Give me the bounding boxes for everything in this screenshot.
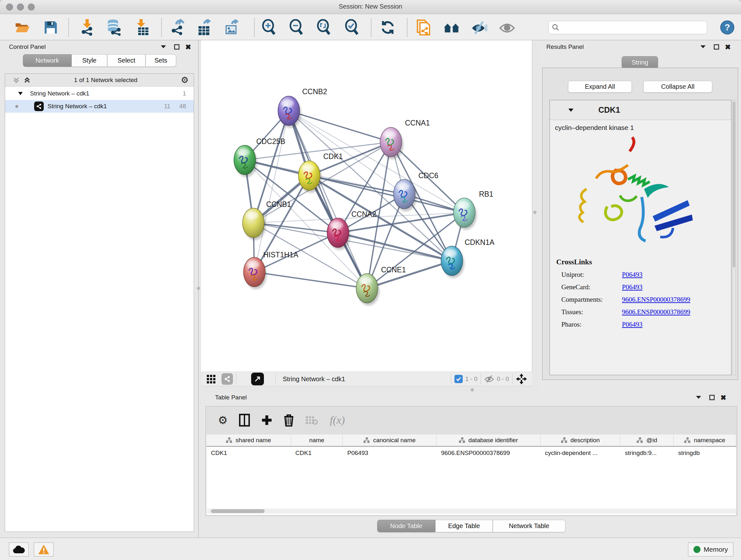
table-horizontal-scrollbar[interactable] <box>207 509 736 514</box>
crosslink-value-link[interactable]: P06493 <box>622 320 643 328</box>
zoom-fit-button[interactable] <box>315 19 333 36</box>
network-collection-row[interactable]: String Network – cdk1 1 <box>5 87 194 100</box>
left-splitter-handle[interactable] <box>197 287 200 290</box>
column-header-shared-name[interactable]: shared name <box>206 435 291 446</box>
protein-header-row[interactable]: CDK1 <box>550 100 731 120</box>
export-image-button[interactable] <box>223 19 240 36</box>
network-row[interactable]: String Network – cdk1 11 48 <box>5 100 194 113</box>
table-panel-float-icon[interactable] <box>709 395 715 400</box>
export-table-button[interactable] <box>195 19 212 36</box>
right-splitter-handle[interactable] <box>533 211 536 214</box>
crosslink-value-link[interactable]: P06493 <box>622 271 643 279</box>
open-in-new-window-icon[interactable] <box>251 373 264 385</box>
network-overview-share-icon[interactable] <box>221 373 233 385</box>
show-all-button[interactable] <box>498 19 516 36</box>
node-CCNB1[interactable] <box>243 208 266 240</box>
bottom-splitter-handle[interactable] <box>471 388 474 391</box>
edge-CCNB2-CCNE1[interactable] <box>289 111 367 288</box>
delete-column-icon[interactable] <box>284 414 294 427</box>
memory-button[interactable]: Memory <box>688 543 733 557</box>
edge-HIST1H1A-CCNE1[interactable] <box>254 272 367 288</box>
duplicate-network-button[interactable] <box>415 19 432 36</box>
table-panel-close-icon[interactable]: ✖ <box>721 394 726 402</box>
collection-expand-icon[interactable] <box>18 91 23 96</box>
node-CCNB2[interactable] <box>278 96 301 128</box>
table-cell[interactable]: stringdb <box>674 449 736 456</box>
column-header-canonical-name[interactable]: canonical name <box>343 435 436 446</box>
help-button[interactable]: ? <box>719 19 736 36</box>
table-cell[interactable]: CDK1 <box>206 449 291 456</box>
results-scrollbar-thumb[interactable] <box>733 102 735 267</box>
control-panel-float-icon[interactable] <box>174 44 180 50</box>
table-cell[interactable]: cyclin-dependent ... <box>540 449 620 456</box>
node-CCNE1[interactable] <box>356 273 380 306</box>
edge-CCNB2-CCNA1[interactable] <box>289 111 391 142</box>
open-session-button[interactable] <box>14 19 31 36</box>
column-header-database-identifier[interactable]: database identifier <box>436 435 540 446</box>
zoom-selected-button[interactable] <box>343 19 360 36</box>
tab-network-table[interactable]: Network Table <box>493 520 565 532</box>
columns-icon[interactable] <box>239 414 250 427</box>
results-scrollbar[interactable] <box>732 100 736 375</box>
column-header--id[interactable]: @id <box>620 435 674 446</box>
node-RB1[interactable] <box>454 198 477 230</box>
zoom-in-button[interactable] <box>260 19 278 36</box>
export-network-button[interactable] <box>169 19 186 36</box>
birdseye-view-icon[interactable] <box>206 374 216 384</box>
edge-CDKN1A-CCNE1[interactable] <box>367 261 452 288</box>
node-HIST1H1A[interactable] <box>244 257 267 289</box>
crosslink-value-link[interactable]: P06493 <box>622 283 643 291</box>
tab-sets[interactable]: Sets <box>145 54 176 67</box>
expand-all-chevron-icon[interactable] <box>23 77 30 84</box>
add-column-icon[interactable] <box>261 415 272 426</box>
save-session-button[interactable] <box>42 19 59 36</box>
column-header-namespace[interactable]: namespace <box>674 435 736 446</box>
table-cell[interactable]: CDK1 <box>291 449 343 456</box>
edge-CCNB2-HIST1H1A[interactable] <box>254 111 289 272</box>
column-header-name[interactable]: name <box>291 435 343 446</box>
search-input[interactable] <box>562 23 704 31</box>
table-cell[interactable]: stringdb:9... <box>620 449 674 456</box>
home-button[interactable] <box>443 19 460 36</box>
fit-content-crosshair-icon[interactable] <box>516 373 527 385</box>
edge-CCNB2-RB1[interactable] <box>289 111 464 212</box>
node-CDKN1A[interactable] <box>441 246 464 278</box>
cloud-button[interactable] <box>9 543 29 557</box>
control-panel-menu-icon[interactable] <box>160 45 166 49</box>
column-header-description[interactable]: description <box>541 435 621 446</box>
zoom-out-button[interactable] <box>288 19 305 36</box>
node-CCNA2[interactable] <box>327 218 350 250</box>
collapse-all-button[interactable]: Collapse All <box>643 81 712 92</box>
table-scrollbar-thumb[interactable] <box>211 509 265 513</box>
table-row[interactable]: CDK1CDK1P064939606.ENSP00000378699cyclin… <box>206 447 736 459</box>
control-panel-close-icon[interactable]: ✖ <box>185 43 191 51</box>
results-panel-float-icon[interactable] <box>714 44 719 50</box>
crosslink-value-link[interactable]: 9606.ENSP00000378699 <box>622 308 690 316</box>
import-database-button[interactable] <box>105 19 123 36</box>
collapse-all-chevron-icon[interactable] <box>13 77 20 84</box>
results-panel-menu-icon[interactable] <box>700 45 706 49</box>
tab-select[interactable]: Select <box>107 54 145 67</box>
tab-node-table[interactable]: Node Table <box>377 520 435 532</box>
node-CDC6[interactable] <box>394 179 417 211</box>
tab-string[interactable]: String <box>622 56 658 69</box>
hide-selected-button[interactable] <box>470 19 488 36</box>
selected-checkbox-icon[interactable] <box>455 375 463 383</box>
crosslink-value-link[interactable]: 9606.ENSP00000378699 <box>622 296 690 304</box>
tab-style[interactable]: Style <box>71 54 107 67</box>
table-gear-icon[interactable]: ⚙ <box>218 414 227 427</box>
refresh-button[interactable] <box>379 19 396 36</box>
gear-icon[interactable]: ⚙ <box>181 75 189 85</box>
warning-button[interactable] <box>34 543 54 557</box>
expand-all-button[interactable]: Expand All <box>568 81 632 92</box>
protein-collapse-icon[interactable] <box>568 108 574 112</box>
table-panel-menu-icon[interactable] <box>696 395 701 399</box>
tab-network[interactable]: Network <box>23 54 71 67</box>
network-canvas[interactable]: CCNB2CCNA1CDC25BCDK1CDC6RB1CCNB1CCNA2CDK… <box>201 40 532 372</box>
results-panel-close-icon[interactable]: ✖ <box>725 43 731 51</box>
table-cell[interactable]: P06493 <box>343 449 436 456</box>
import-network-button[interactable] <box>78 19 96 36</box>
tab-edge-table[interactable]: Edge Table <box>435 520 493 532</box>
import-table-button[interactable] <box>134 19 151 36</box>
table-cell[interactable]: 9606.ENSP00000378699 <box>436 449 540 456</box>
